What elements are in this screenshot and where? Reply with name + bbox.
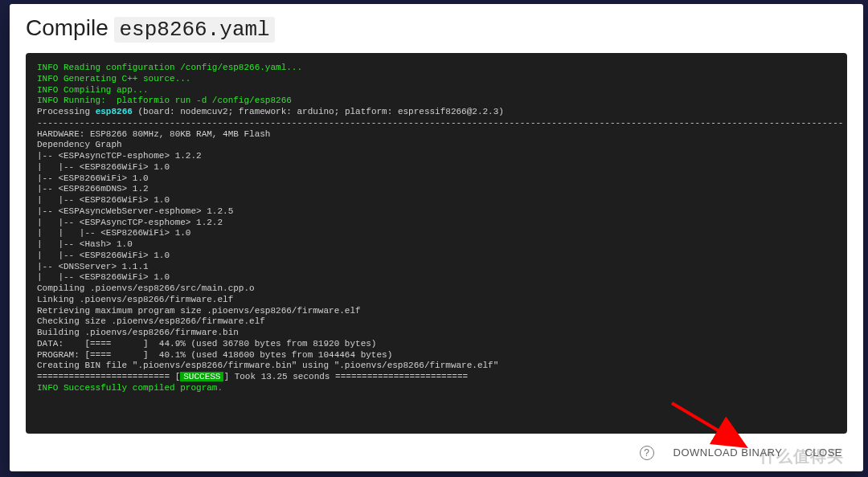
log-line: | |-- <Hash> 1.0: [37, 239, 133, 249]
log-line: Processing esp8266 (board: nodemcuv2; fr…: [37, 107, 504, 116]
log-line: |-- <DNSServer> 1.1.1: [37, 262, 149, 271]
log-line: |-- <ESPAsyncTCP-esphome> 1.2.2: [37, 151, 202, 161]
log-line: Retrieving maximum program size .pioenvs…: [37, 306, 361, 316]
log-line: | |-- <ESP8266WiFi> 1.0: [37, 272, 170, 282]
log-line: INFO Reading configuration /config/esp82…: [37, 63, 302, 72]
log-line: | |-- <ESP8266WiFi> 1.0: [37, 162, 170, 172]
log-line: INFO Successfully compiled program.: [37, 383, 223, 393]
log-line: Building .pioenvs/esp8266/firmware.bin: [37, 328, 239, 337]
log-line: | |-- <ESP8266WiFi> 1.0: [37, 251, 170, 260]
processing-target: esp8266: [96, 107, 133, 116]
log-separator: ----------------------------------------…: [37, 118, 843, 128]
log-line: Linking .pioenvs/esp8266/firmware.elf: [37, 295, 233, 304]
download-binary-button[interactable]: DOWNLOAD BINARY: [670, 442, 786, 463]
log-line: Compiling .pioenvs/esp8266/src/main.cpp.…: [37, 283, 255, 293]
log-line: PROGRAM: [==== ] 40.1% (used 418600 byte…: [37, 350, 392, 360]
close-button[interactable]: CLOSE: [801, 442, 845, 463]
success-badge: SUCCESS: [180, 372, 223, 381]
log-line: ========================= [SUCCESS] Took…: [37, 372, 468, 381]
title-filename: esp8266.yaml: [114, 17, 274, 43]
help-icon[interactable]: ?: [640, 446, 654, 460]
page-title: Compile esp8266.yaml: [26, 15, 847, 42]
log-line: |-- <ESP8266mDNS> 1.2: [37, 184, 149, 194]
log-line: Checking size .pioenvs/esp8266/firmware.…: [37, 316, 265, 326]
log-line: HARDWARE: ESP8266 80MHz, 80KB RAM, 4MB F…: [37, 129, 270, 139]
log-line: |-- <ESP8266WiFi> 1.0: [37, 173, 149, 183]
log-line: INFO Compiling app...: [37, 85, 149, 95]
log-line: DATA: [==== ] 44.9% (used 36780 bytes fr…: [37, 339, 376, 349]
modal-header: Compile esp8266.yaml: [10, 4, 863, 50]
log-line: |-- <ESPAsyncWebServer-esphome> 1.2.5: [37, 206, 233, 216]
compile-log-terminal: INFO Reading configuration /config/esp82…: [26, 53, 847, 434]
log-line: | |-- <ESPAsyncTCP-esphome> 1.2.2: [37, 218, 223, 227]
modal-footer: ? DOWNLOAD BINARY CLOSE: [10, 434, 863, 471]
log-line: INFO Generating C++ source...: [37, 74, 190, 84]
log-line: | | |-- <ESP8266WiFi> 1.0: [37, 228, 190, 238]
log-line: Dependency Graph: [37, 140, 122, 149]
compile-modal: Compile esp8266.yaml INFO Reading config…: [10, 4, 863, 471]
log-line: | |-- <ESP8266WiFi> 1.0: [37, 195, 170, 205]
log-line: Creating BIN file ".pioenvs/esp8266/firm…: [37, 361, 498, 370]
log-line: INFO Running: platformio run -d /config/…: [37, 96, 292, 105]
title-prefix: Compile: [26, 15, 114, 40]
